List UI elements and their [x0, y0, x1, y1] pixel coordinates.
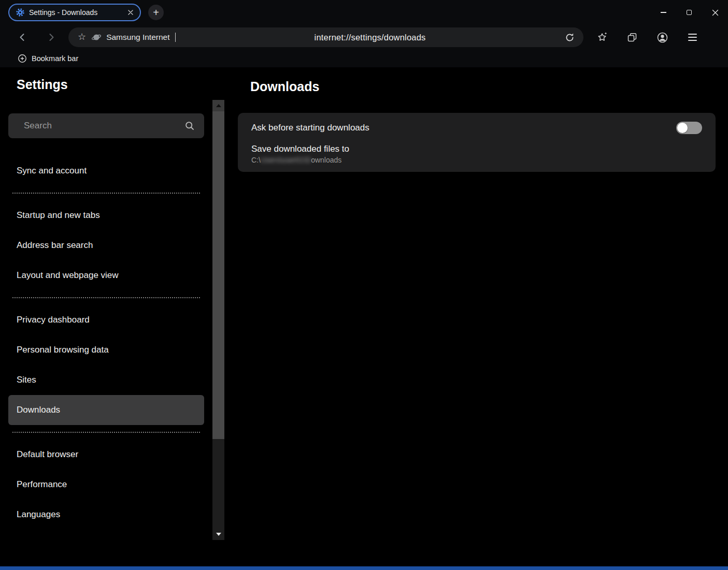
active-tab[interactable]: Settings - Downloads — [8, 4, 141, 21]
scrollbar-down-arrow[interactable] — [212, 529, 224, 540]
sidebar-item-default-browser[interactable]: Default browser — [8, 440, 204, 470]
sidebar-divider — [12, 432, 200, 433]
minimize-button[interactable] — [650, 0, 676, 25]
profile-avatar-icon[interactable] — [653, 28, 672, 47]
downloads-settings-panel: Downloads Ask before starting downloads … — [238, 67, 716, 172]
bookmarks-star-icon[interactable] — [593, 28, 611, 47]
sidebar-item-privacy-dashboard[interactable]: Privacy dashboard — [8, 305, 204, 335]
save-location-row[interactable]: Save downloaded files to C:\Users\user01… — [238, 143, 716, 164]
window-controls — [650, 0, 728, 25]
settings-gear-icon — [16, 8, 25, 17]
main-area: Settings Sync and account Startup and ne… — [0, 67, 728, 570]
scrollbar-up-arrow[interactable] — [212, 100, 224, 111]
close-window-button[interactable] — [702, 0, 728, 25]
forward-button[interactable] — [41, 27, 61, 47]
scrollbar-thumb[interactable] — [212, 111, 224, 439]
address-bar[interactable]: ☆ Samsung Internet internet://settings/d… — [68, 27, 583, 47]
redacted-path-segment: Users\user01\D — [261, 156, 311, 164]
add-bookmark-icon[interactable] — [18, 54, 27, 63]
sidebar-title: Settings — [17, 76, 212, 93]
save-location-path: C:\Users\user01\Downloads — [251, 156, 702, 164]
settings-search-box[interactable] — [8, 113, 204, 138]
new-tab-button[interactable]: + — [148, 5, 164, 20]
back-button[interactable] — [12, 27, 32, 47]
tab-close-icon[interactable] — [127, 9, 134, 16]
samsung-internet-logo-icon — [91, 32, 102, 42]
sidebar-item-address-bar-search[interactable]: Address bar search — [8, 230, 204, 260]
ask-before-downloads-label: Ask before starting downloads — [251, 123, 369, 133]
search-icon — [184, 121, 195, 131]
sidebar-item-downloads[interactable]: Downloads — [8, 395, 204, 425]
maximize-button[interactable] — [676, 0, 702, 25]
tab-title: Settings - Downloads — [29, 8, 123, 17]
sidebar-item-sites[interactable]: Sites — [8, 365, 204, 395]
sidebar-item-languages[interactable]: Languages — [8, 500, 204, 530]
menu-icon[interactable] — [683, 28, 702, 47]
toolbar-icons — [593, 28, 702, 47]
url-text[interactable]: internet://settings/downloads — [315, 33, 426, 42]
settings-sidebar: Settings Sync and account Startup and ne… — [0, 67, 212, 530]
toggle-knob — [677, 123, 688, 133]
bookmark-bar: Bookmark bar — [0, 50, 728, 67]
search-input[interactable] — [24, 121, 184, 131]
window-accent-bottom — [0, 566, 728, 570]
tabs-icon[interactable] — [623, 28, 641, 47]
sidebar-scrollbar[interactable] — [212, 100, 224, 540]
reload-icon[interactable] — [564, 32, 575, 43]
page-title: Downloads — [250, 78, 716, 95]
sidebar-item-performance[interactable]: Performance — [8, 470, 204, 500]
tab-strip: Settings - Downloads + — [0, 0, 728, 25]
sidebar-divider — [12, 297, 200, 298]
browser-window: Settings - Downloads + ☆ — [0, 0, 728, 570]
favorite-star-icon[interactable]: ☆ — [78, 31, 86, 42]
search-engine-label: Samsung Internet — [106, 33, 169, 42]
settings-nav-list: Sync and account Startup and new tabs Ad… — [0, 156, 212, 530]
sidebar-item-personal-browsing-data[interactable]: Personal browsing data — [8, 335, 204, 365]
save-location-label: Save downloaded files to — [251, 144, 702, 154]
sidebar-item-sync-and-account[interactable]: Sync and account — [8, 156, 204, 186]
sidebar-item-layout-and-webpage-view[interactable]: Layout and webpage view — [8, 260, 204, 290]
sidebar-divider — [12, 193, 200, 194]
sidebar-item-startup-and-new-tabs[interactable]: Startup and new tabs — [8, 200, 204, 230]
ask-before-downloads-row[interactable]: Ask before starting downloads — [238, 113, 716, 143]
ask-before-downloads-toggle[interactable] — [676, 122, 702, 134]
navigation-bar: ☆ Samsung Internet internet://settings/d… — [0, 25, 728, 50]
bookmark-bar-label[interactable]: Bookmark bar — [32, 54, 78, 63]
downloads-settings-card: Ask before starting downloads Save downl… — [238, 113, 716, 172]
